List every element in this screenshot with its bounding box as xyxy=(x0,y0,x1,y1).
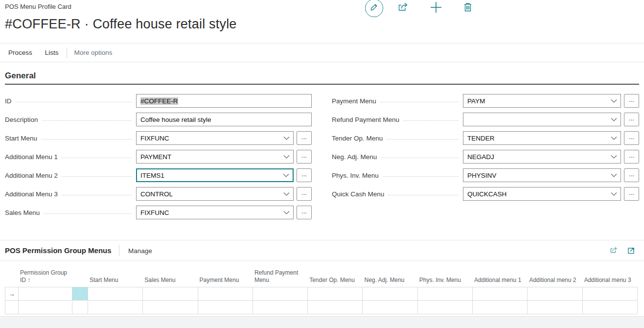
field-row-additional-menu-3: Additional Menu 3 CONTROL ... xyxy=(5,187,312,201)
id-input[interactable]: #COFFEE-R xyxy=(136,94,312,108)
start-menu-combobox[interactable]: FIXFUNC xyxy=(136,131,294,145)
grid-cell-payment-menu[interactable] xyxy=(198,287,253,301)
combo-value: NEGADJ xyxy=(467,153,611,161)
grid-cell-additional-menu-3[interactable] xyxy=(583,287,638,301)
menu-more-options[interactable]: More options xyxy=(74,49,113,56)
chevron-down-icon[interactable] xyxy=(611,135,617,142)
field-label-tender-op-menu: Tender Op. Menu xyxy=(332,135,385,142)
grid-cell-start-menu[interactable] xyxy=(88,287,143,301)
chevron-down-icon[interactable] xyxy=(611,172,617,179)
menu-process[interactable]: Process xyxy=(8,49,32,56)
col-header-neg-adj-menu[interactable]: Neg. Adj. Menu xyxy=(363,265,417,287)
grid-cell-selected[interactable] xyxy=(72,287,88,301)
field-row-sales-menu: Sales Menu FIXFUNC ... xyxy=(5,206,312,219)
grid-cell-additional-menu-3[interactable] xyxy=(583,301,638,314)
focus-mode-button[interactable] xyxy=(627,246,635,256)
assist-edit-button[interactable]: ... xyxy=(624,131,639,145)
col-header-sales-menu[interactable]: Sales Menu xyxy=(143,265,198,287)
row-selector[interactable] xyxy=(5,301,19,314)
chevron-down-icon[interactable] xyxy=(283,135,290,142)
field-row-additional-menu-1: Additional Menu 1 PAYMENT ... xyxy=(5,150,312,164)
sales-menu-combobox[interactable]: FIXFUNC xyxy=(136,206,294,219)
grid-cell-permission-group-id[interactable] xyxy=(19,287,72,301)
grid-cell-additional-menu-1[interactable] xyxy=(473,287,528,301)
col-header-refund-payment-menu[interactable]: Refund Payment Menu xyxy=(253,265,308,287)
chevron-down-icon[interactable] xyxy=(283,172,289,179)
additional-menu-2-combobox-focused[interactable]: ITEMS1 xyxy=(136,168,294,182)
assist-edit-button[interactable]: ... xyxy=(297,131,312,145)
grid-cell-permission-group-id[interactable] xyxy=(19,301,72,314)
chevron-down-icon[interactable] xyxy=(611,190,617,198)
grid-cell-start-menu[interactable] xyxy=(88,301,143,314)
grid-cell-sales-menu[interactable] xyxy=(143,301,198,314)
grid-cell-refund-payment-menu[interactable] xyxy=(253,301,308,314)
additional-menu-3-combobox[interactable]: CONTROL xyxy=(136,187,294,201)
section-heading-permission-group-menus[interactable]: POS Permission Group Menus xyxy=(5,246,112,255)
section-heading-general[interactable]: General xyxy=(5,71,36,81)
grid-cell-tender-op-menu[interactable] xyxy=(308,301,363,314)
grid-cell-phys-inv-menu[interactable] xyxy=(418,301,473,314)
col-header-additional-menu-3[interactable]: Additional menu 3 xyxy=(583,265,638,287)
col-header-additional-menu-2[interactable]: Additional menu 2 xyxy=(528,265,582,287)
grid-cell-sales-menu[interactable] xyxy=(143,287,198,301)
field-row-additional-menu-2: Additional Menu 2 ITEMS1 ... xyxy=(5,168,312,182)
edit-mode-button[interactable] xyxy=(365,0,383,17)
additional-menu-1-combobox[interactable]: PAYMENT xyxy=(136,150,294,164)
plus-icon xyxy=(430,7,442,15)
combo-value: FIXFUNC xyxy=(140,135,283,142)
field-row-start-menu: Start Menu FIXFUNC ... xyxy=(5,131,312,145)
row-selector[interactable]: → xyxy=(5,287,19,301)
grid-cell-tender-op-menu[interactable] xyxy=(308,287,363,301)
field-label-id: ID xyxy=(5,97,14,105)
col-header-payment-menu[interactable]: Payment Menu xyxy=(198,265,253,287)
grid-cell-neg-adj-menu[interactable] xyxy=(363,287,417,301)
grid-cell-phys-inv-menu[interactable] xyxy=(418,287,473,301)
assist-edit-button[interactable]: ... xyxy=(624,187,639,201)
grid-cell-unnamed[interactable] xyxy=(72,301,88,314)
phys-inv-menu-combobox[interactable]: PHYSINV xyxy=(463,168,621,182)
new-button[interactable] xyxy=(430,1,442,16)
description-input[interactable]: Coffee house retail style xyxy=(136,113,312,126)
assist-edit-button[interactable]: ... xyxy=(624,168,639,182)
col-header-permission-group-id[interactable]: Permission Group ID ↑ xyxy=(19,265,72,287)
neg-adj-menu-combobox[interactable]: NEGADJ xyxy=(463,150,621,164)
combo-value: ITEMS1 xyxy=(140,172,283,179)
manage-menu[interactable]: Manage xyxy=(128,247,152,255)
col-header-phys-inv-menu[interactable]: Phys. Inv. Menu xyxy=(418,265,473,287)
assist-edit-button[interactable]: ... xyxy=(297,206,312,219)
chevron-down-icon[interactable] xyxy=(611,153,617,161)
grid-cell-additional-menu-2[interactable] xyxy=(528,301,582,314)
grid-cell-neg-adj-menu[interactable] xyxy=(363,301,417,314)
dotted-leader xyxy=(62,195,132,195)
field-row-id: ID #COFFEE-R xyxy=(5,94,312,108)
col-header-additional-menu-1[interactable]: Additional menu 1 xyxy=(473,265,528,287)
chevron-down-icon[interactable] xyxy=(283,153,290,161)
assist-edit-button[interactable]: ... xyxy=(297,150,312,164)
menu-lists[interactable]: Lists xyxy=(45,49,59,56)
subpage-header-divider xyxy=(119,245,119,256)
quick-cash-menu-combobox[interactable]: QUICKCASH xyxy=(463,187,621,201)
action-bar: Process Lists More options xyxy=(0,43,644,62)
assist-edit-button[interactable]: ... xyxy=(624,94,639,108)
grid-cell-additional-menu-2[interactable] xyxy=(528,287,582,301)
delete-button[interactable] xyxy=(462,2,473,14)
assist-edit-button[interactable]: ... xyxy=(297,187,312,201)
grid-cell-additional-menu-1[interactable] xyxy=(473,301,528,314)
share-button[interactable] xyxy=(397,2,410,14)
tender-op-menu-combobox[interactable]: TENDER xyxy=(463,131,621,145)
payment-menu-combobox[interactable]: PAYM xyxy=(463,94,621,108)
assist-edit-button[interactable]: ... xyxy=(624,113,639,126)
chevron-down-icon[interactable] xyxy=(611,116,617,123)
assist-edit-button[interactable]: ... xyxy=(624,150,639,164)
dotted-leader xyxy=(388,195,459,195)
chevron-down-icon[interactable] xyxy=(283,209,290,216)
col-header-tender-op-menu[interactable]: Tender Op. Menu xyxy=(308,265,363,287)
col-header-start-menu[interactable]: Start Menu xyxy=(88,265,143,287)
share-subpage-button[interactable] xyxy=(609,246,619,256)
assist-edit-button[interactable]: ... xyxy=(297,168,312,182)
refund-payment-menu-combobox[interactable] xyxy=(463,113,621,126)
chevron-down-icon[interactable] xyxy=(611,97,617,105)
grid-cell-refund-payment-menu[interactable] xyxy=(253,287,308,301)
grid-cell-payment-menu[interactable] xyxy=(198,301,253,314)
chevron-down-icon[interactable] xyxy=(283,190,290,198)
